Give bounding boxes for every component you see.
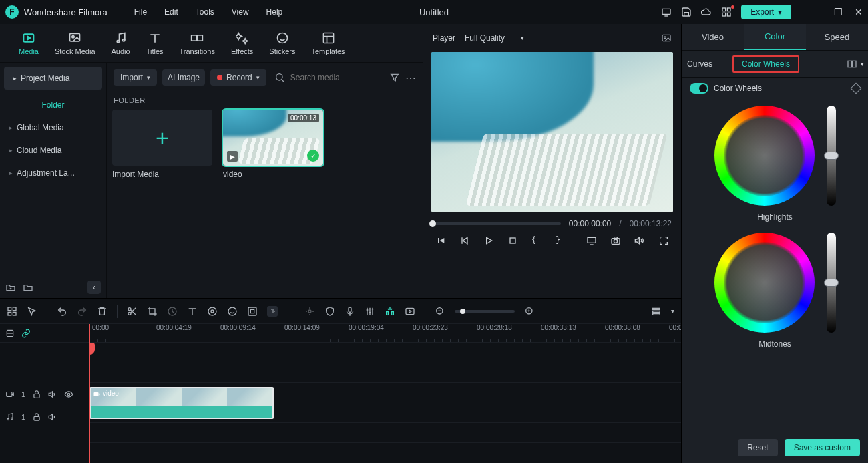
ai-image-button[interactable]: AI Image [162, 69, 205, 86]
tree-folder[interactable]: Folder [0, 94, 106, 116]
video-track-1[interactable]: video [89, 383, 681, 423]
marker-icon[interactable] [304, 306, 315, 317]
menu-tools[interactable]: Tools [196, 7, 214, 17]
render-icon[interactable] [405, 306, 415, 317]
playhead[interactable] [89, 324, 90, 463]
track-view-icon[interactable] [651, 306, 662, 317]
video-track-header[interactable]: 1 [0, 383, 89, 406]
stop-icon[interactable] [507, 235, 518, 246]
auto-ripple-icon[interactable] [5, 329, 15, 338]
display-icon[interactable] [586, 235, 597, 246]
mark-in-icon[interactable]: { [531, 235, 542, 246]
device-icon[interactable] [661, 7, 672, 17]
midtones-luma-slider[interactable] [827, 233, 836, 333]
fullscreen-icon[interactable] [658, 235, 669, 246]
reset-button[interactable]: Reset [738, 439, 777, 456]
mute-icon[interactable] [48, 390, 57, 399]
link-icon[interactable] [21, 329, 31, 338]
tab-stickers[interactable]: Stickers [264, 30, 300, 57]
highlights-luma-slider[interactable] [827, 106, 836, 206]
mute-icon[interactable] [48, 412, 57, 422]
lock-icon[interactable] [32, 412, 41, 422]
tree-cloud-media[interactable]: ▸Cloud Media [0, 139, 106, 162]
import-dropdown[interactable]: Import▾ [114, 69, 157, 86]
redo-icon[interactable] [77, 306, 87, 317]
zoom-slider[interactable] [455, 310, 515, 313]
menu-edit[interactable]: Edit [164, 7, 178, 17]
inspector-tab-video[interactable]: Video [682, 24, 744, 50]
inspector-tab-speed[interactable]: Speed [806, 24, 868, 50]
play-icon[interactable] [483, 235, 494, 246]
prev-frame-icon[interactable] [435, 235, 446, 246]
grid-icon[interactable] [7, 306, 17, 317]
mark-out-icon[interactable]: } [556, 235, 566, 246]
record-dropdown[interactable]: Record▾ [210, 69, 266, 86]
scrub-bar[interactable] [433, 222, 561, 225]
tab-media[interactable]: Media [13, 30, 44, 57]
quality-dropdown[interactable]: Full Quality▾ [465, 33, 524, 43]
mixer-icon[interactable] [365, 306, 375, 317]
preview-viewport[interactable] [431, 52, 673, 212]
highlights-color-wheel[interactable] [714, 106, 815, 206]
menu-view[interactable]: View [232, 7, 249, 17]
visibility-icon[interactable] [64, 390, 73, 399]
color-wheels-toggle[interactable] [690, 83, 708, 94]
subtab-curves[interactable]: Curves [682, 57, 718, 71]
timeline-tracks[interactable]: 00:0000:00:04:1900:00:09:1400:00:14:0900… [89, 324, 681, 463]
volume-icon[interactable] [634, 235, 645, 246]
keyframe-tool-icon[interactable] [207, 306, 218, 317]
menu-file[interactable]: File [134, 7, 147, 17]
subtab-color-wheels[interactable]: Color Wheels [732, 55, 799, 73]
more-icon[interactable]: ⋯ [405, 72, 416, 83]
new-folder-icon[interactable] [5, 282, 16, 293]
new-bin-icon[interactable] [23, 282, 33, 293]
undo-icon[interactable] [57, 306, 67, 317]
chevron-down-icon[interactable]: ▾ [861, 61, 864, 67]
tab-audio[interactable]: Audio [106, 30, 136, 57]
pointer-icon[interactable] [27, 306, 37, 317]
keyframe-diamond-icon[interactable] [851, 83, 862, 94]
mask-tool-icon[interactable] [227, 306, 238, 317]
window-close[interactable]: ✕ [855, 7, 863, 17]
text-tool-icon[interactable] [187, 306, 198, 317]
split-icon[interactable] [127, 306, 138, 317]
zoom-in-icon[interactable] [524, 306, 535, 317]
import-media-tile[interactable]: + Import Media [112, 110, 212, 179]
export-button[interactable]: Export ▾ [741, 5, 791, 19]
search-input[interactable] [290, 73, 371, 82]
collapse-tree-icon[interactable]: ‹ [87, 281, 101, 294]
filter-icon[interactable] [389, 72, 400, 83]
color-tool-icon[interactable] [247, 306, 258, 317]
speed-tool-icon[interactable] [167, 306, 178, 317]
apps-icon[interactable] [721, 7, 732, 17]
magnetic-icon[interactable] [385, 306, 395, 317]
tab-transitions[interactable]: Transitions [174, 30, 220, 57]
midtones-color-wheel[interactable] [714, 233, 815, 333]
tree-global-media[interactable]: ▸Global Media [0, 116, 106, 139]
window-minimize[interactable]: — [813, 7, 822, 17]
audio-track-1[interactable] [89, 423, 681, 443]
save-custom-button[interactable]: Save as custom [785, 439, 860, 456]
more-tools-icon[interactable] [267, 306, 278, 317]
timeline-ruler[interactable]: 00:0000:00:04:1900:00:09:1400:00:14:0900… [89, 324, 681, 343]
window-maximize[interactable]: ❐ [834, 7, 843, 17]
lock-icon[interactable] [32, 390, 41, 399]
mic-icon[interactable] [345, 306, 355, 317]
menu-help[interactable]: Help [266, 7, 283, 17]
cloud-icon[interactable] [701, 7, 712, 17]
timeline-clip-video[interactable]: video [89, 387, 274, 419]
chevron-down-icon[interactable]: ▾ [671, 307, 674, 315]
audio-track-header[interactable]: 1 [0, 406, 89, 428]
tree-adjustment-layer[interactable]: ▸Adjustment La... [0, 162, 106, 184]
tab-titles[interactable]: Titles [141, 30, 169, 57]
camera-icon[interactable] [610, 235, 621, 246]
snapshot-settings-icon[interactable] [661, 33, 672, 43]
delete-icon[interactable] [97, 306, 107, 317]
zoom-out-icon[interactable] [435, 306, 445, 317]
crop-icon[interactable] [147, 306, 158, 317]
inspector-tab-color[interactable]: Color [744, 24, 806, 50]
media-thumb-video[interactable]: 00:00:13 ▶ ✓ video [223, 110, 323, 179]
tree-project-media[interactable]: ▸Project Media [4, 67, 102, 90]
tab-effects[interactable]: Effects [226, 30, 258, 57]
tab-templates[interactable]: Templates [306, 30, 350, 57]
